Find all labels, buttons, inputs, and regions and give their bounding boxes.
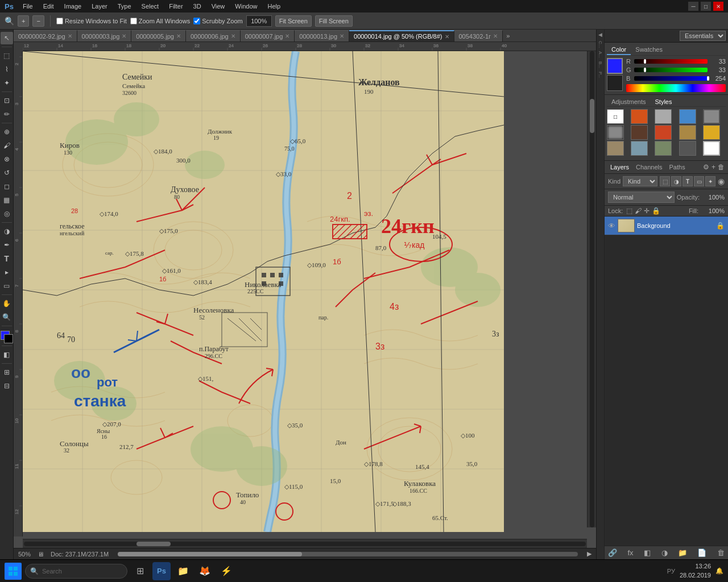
filter-toggle[interactable]: ◉ — [718, 177, 725, 186]
zoom-all-windows-checkbox[interactable]: Zoom All Windows — [130, 18, 190, 24]
color-spectrum[interactable] — [626, 84, 726, 92]
filter-kind-select[interactable]: Kind — [623, 176, 657, 186]
menu-edit[interactable]: Edit — [39, 2, 59, 11]
filter-icon-adjust[interactable]: ◑ — [671, 176, 681, 186]
taskbar-app4-icon[interactable]: ⚡ — [217, 562, 235, 580]
tab-2[interactable]: 00000005.jpg ✕ — [131, 30, 186, 41]
style-item-2[interactable] — [655, 109, 672, 124]
taskbar-lang[interactable]: РУ — [667, 568, 675, 575]
maximize-button[interactable]: □ — [701, 2, 711, 11]
taskbar-task-view[interactable]: ⊞ — [131, 562, 149, 580]
style-item-3[interactable] — [679, 109, 696, 124]
layers-settings-icon[interactable]: ⚙ — [703, 163, 709, 171]
g-slider[interactable] — [634, 68, 708, 72]
marquee-tool[interactable]: ⬚ — [1, 49, 13, 62]
menu-window[interactable]: Window — [230, 2, 262, 11]
screen-mode-button[interactable]: ⊞ — [1, 366, 13, 379]
tab-3[interactable]: 00000006.jpg ✕ — [186, 30, 241, 41]
notification-icon[interactable]: 🔔 — [715, 567, 723, 575]
style-item-4[interactable] — [703, 109, 720, 124]
lock-position-icon[interactable]: ✛ — [644, 207, 650, 215]
filter-icon-smart[interactable]: ✦ — [705, 176, 715, 186]
style-item-14[interactable] — [703, 141, 720, 156]
panel-label-adj[interactable]: A... — [598, 51, 603, 58]
tab-close-3[interactable]: ✕ — [231, 33, 235, 39]
close-button[interactable]: ✕ — [713, 2, 723, 11]
menu-select[interactable]: Select — [137, 2, 164, 11]
background-color[interactable] — [4, 334, 13, 343]
quick-mask-mode[interactable]: ◧ — [1, 348, 13, 361]
eraser-tool[interactable]: ◻ — [1, 180, 13, 193]
lasso-tool[interactable]: ⌇ — [1, 63, 13, 76]
gradient-tool[interactable]: ▦ — [1, 194, 13, 206]
layer-folder-button[interactable]: 📁 — [678, 548, 687, 557]
tab-styles[interactable]: Styles — [651, 97, 677, 106]
menu-file[interactable]: File — [18, 2, 38, 11]
move-tool[interactable]: ↖ — [1, 32, 13, 44]
style-item-12[interactable] — [655, 141, 672, 156]
tab-7[interactable]: 0054302-1г ✕ — [454, 30, 503, 41]
zoom-in-button[interactable]: + — [18, 15, 29, 27]
style-item-1[interactable] — [631, 109, 648, 124]
tab-paths[interactable]: Paths — [667, 163, 688, 171]
menu-type[interactable]: Type — [113, 2, 136, 11]
text-tool[interactable]: T — [1, 252, 13, 265]
tab-close-6[interactable]: ✕ — [445, 34, 449, 40]
lock-transparent-icon[interactable]: ⬚ — [626, 207, 632, 215]
blur-tool[interactable]: ◎ — [1, 207, 13, 220]
blend-mode-select[interactable]: Normal — [608, 192, 675, 203]
layer-add-button[interactable]: 📄 — [697, 548, 706, 557]
tab-more-button[interactable]: » — [503, 30, 513, 41]
brush-tool[interactable]: 🖌 — [1, 139, 13, 152]
menu-layer[interactable]: Layer — [87, 2, 112, 11]
history-brush-tool[interactable]: ↺ — [1, 167, 13, 179]
filter-icon-shape[interactable]: ▭ — [694, 176, 704, 186]
tab-0[interactable]: 00000002-92.jpg ✕ — [14, 30, 77, 41]
style-item-11[interactable] — [631, 141, 648, 156]
stamp-tool[interactable]: ⊗ — [1, 153, 13, 165]
minimize-button[interactable]: ─ — [688, 2, 698, 11]
panel-label-color[interactable]: C... — [598, 41, 603, 48]
dodge-tool[interactable]: ◑ — [1, 225, 13, 238]
path-select-tool[interactable]: ▸ — [1, 266, 13, 278]
hand-tool[interactable]: ✋ — [1, 297, 13, 310]
tab-layers[interactable]: Layers — [608, 163, 631, 171]
zoom-tool[interactable]: 🔍 — [1, 311, 13, 323]
zoom-out-button[interactable]: − — [32, 15, 44, 27]
menu-help[interactable]: Help — [263, 2, 285, 11]
b-slider[interactable] — [634, 76, 708, 81]
menu-view[interactable]: View — [207, 2, 230, 11]
quick-select-tool[interactable]: ✦ — [1, 77, 13, 89]
layer-mask-button[interactable]: ◧ — [644, 548, 651, 557]
tab-5[interactable]: 00000013.jpg ✕ — [295, 30, 349, 41]
tab-close-5[interactable]: ✕ — [340, 33, 344, 39]
menu-3d[interactable]: 3D — [189, 2, 206, 11]
tab-6[interactable]: 00000014.jpg @ 50% (RGB/8#) ✕ — [349, 30, 454, 41]
color-preview[interactable] — [607, 58, 623, 74]
start-button[interactable] — [5, 563, 22, 580]
style-item-9[interactable] — [703, 125, 720, 140]
style-item-6[interactable] — [631, 125, 648, 140]
style-item-10[interactable] — [607, 141, 624, 156]
tab-channels[interactable]: Channels — [634, 163, 664, 171]
color-swatches[interactable] — [1, 331, 13, 343]
layer-link-button[interactable]: 🔗 — [608, 548, 617, 557]
color-preview-bg[interactable] — [607, 75, 623, 91]
tab-swatches[interactable]: Swatches — [631, 45, 667, 55]
eyedropper-tool[interactable]: ✏ — [1, 108, 13, 120]
panel-label-char[interactable]: P... — [598, 72, 603, 78]
fill-screen-button[interactable]: Fill Screen — [315, 15, 353, 27]
filter-icon-type[interactable]: T — [682, 176, 693, 186]
style-item-7[interactable] — [655, 125, 672, 140]
horizontal-scrollbar[interactable] — [23, 539, 587, 548]
collapse-icon-1[interactable]: ◀ — [598, 32, 602, 38]
scrubby-zoom-checkbox[interactable]: Scrubby Zoom — [193, 18, 243, 24]
vertical-scrollbar[interactable] — [587, 51, 596, 527]
hscroll-thumb[interactable] — [136, 542, 171, 546]
shape-tool[interactable]: ▭ — [1, 280, 13, 292]
layer-adj-button[interactable]: ◑ — [661, 548, 668, 557]
style-item-13[interactable] — [679, 141, 696, 156]
layer-visibility-icon[interactable]: 👁 — [608, 222, 615, 230]
layers-add-icon[interactable]: + — [712, 163, 715, 171]
layers-delete-icon[interactable]: 🗑 — [718, 163, 725, 171]
